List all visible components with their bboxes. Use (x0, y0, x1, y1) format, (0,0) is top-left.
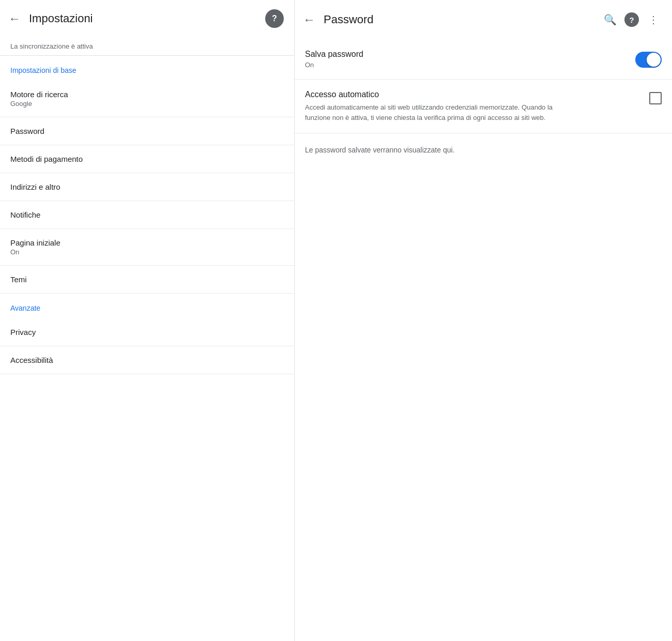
menu-item-payment-title: Metodi di pagamento (10, 155, 284, 163)
auto-login-row: Accesso automatico Accedi automaticament… (305, 90, 662, 133)
more-options-button[interactable]: ⋮ (643, 9, 664, 30)
menu-item-homepage[interactable]: Pagina iniziale On (0, 229, 294, 266)
toggle-thumb (647, 53, 661, 67)
save-password-section: Salva password On (295, 39, 672, 80)
save-password-info: Salva password On (305, 50, 363, 69)
menu-item-search-engine-title: Motore di ricerca (10, 90, 284, 99)
menu-item-addresses[interactable]: Indirizzi e altro (0, 173, 294, 201)
right-panel: ← Password 🔍 ? ⋮ Salva password On (295, 0, 672, 641)
menu-item-password-title: Password (10, 127, 284, 135)
save-password-row: Salva password On (305, 50, 662, 79)
right-content: Salva password On Accesso automatico Acc… (295, 39, 672, 641)
left-back-button[interactable]: ← (8, 12, 21, 25)
menu-item-accessibility-title: Accessibilità (10, 356, 284, 364)
menu-item-accessibility[interactable]: Accessibilità (0, 346, 294, 374)
left-page-title: Impostazioni (29, 12, 265, 25)
left-help-icon[interactable]: ? (265, 9, 284, 28)
auto-login-checkbox[interactable] (649, 92, 662, 104)
menu-item-homepage-title: Pagina iniziale (10, 238, 284, 247)
save-password-toggle[interactable] (635, 52, 662, 68)
menu-item-addresses-title: Indirizzi e altro (10, 182, 284, 191)
menu-item-themes-title: Temi (10, 275, 284, 284)
save-password-status: On (305, 61, 363, 69)
menu-item-payment[interactable]: Metodi di pagamento (0, 145, 294, 173)
right-page-title: Password (324, 13, 600, 26)
save-password-title: Salva password (305, 50, 363, 59)
menu-item-themes[interactable]: Temi (0, 266, 294, 294)
menu-item-search-engine-sub: Google (10, 100, 284, 108)
menu-item-notifications-title: Notifiche (10, 210, 284, 219)
right-header-icons: 🔍 ? ⋮ (600, 9, 664, 30)
sync-status-bar: La sincronizzazione è attiva (0, 37, 294, 56)
menu-item-privacy[interactable]: Privacy (0, 318, 294, 346)
auto-login-section: Accesso automatico Accedi automaticament… (295, 80, 672, 133)
right-help-icon[interactable]: ? (624, 12, 639, 27)
right-back-button[interactable]: ← (303, 13, 315, 26)
left-header: ← Impostazioni ? (0, 0, 294, 37)
search-button[interactable]: 🔍 (600, 9, 620, 30)
menu-item-password[interactable]: Password (0, 117, 294, 145)
menu-item-privacy-title: Privacy (10, 328, 284, 337)
auto-login-title: Accesso automatico (305, 90, 553, 99)
section-label-advanced: Avanzate (0, 294, 294, 318)
menu-item-homepage-sub: On (10, 248, 284, 256)
section-label-base: Impostazioni di base (0, 56, 294, 81)
passwords-note: Le password salvate verranno visualizzat… (295, 133, 672, 166)
right-header: ← Password 🔍 ? ⋮ (295, 0, 672, 39)
menu-item-notifications[interactable]: Notifiche (0, 201, 294, 229)
auto-login-info: Accesso automatico Accedi automaticament… (305, 90, 553, 123)
left-panel: ← Impostazioni ? La sincronizzazione è a… (0, 0, 295, 641)
toggle-track (635, 52, 662, 68)
auto-login-description: Accedi automaticamente ai siti web utili… (305, 102, 553, 123)
menu-item-search-engine[interactable]: Motore di ricerca Google (0, 81, 294, 117)
